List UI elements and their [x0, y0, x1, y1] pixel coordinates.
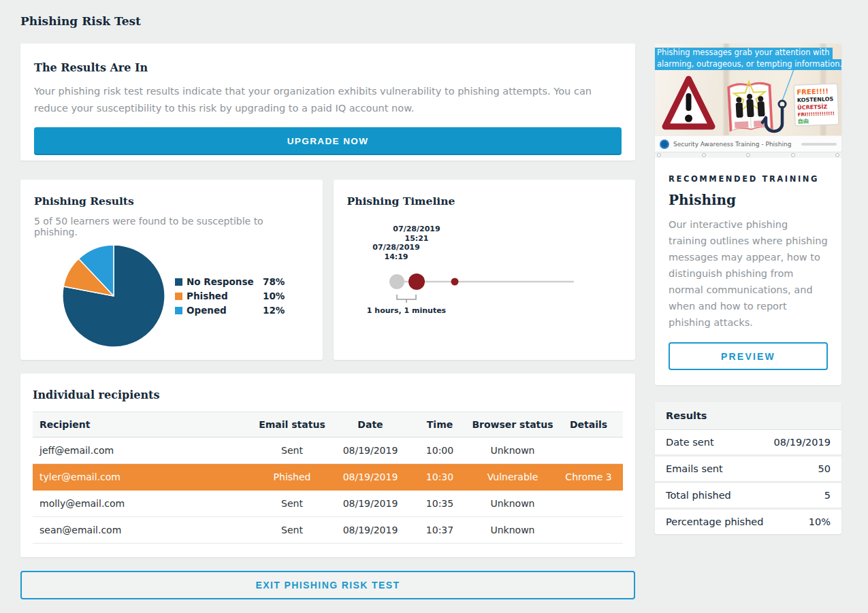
banner-title: The Results Are In — [34, 61, 622, 74]
progress-marker-icon — [746, 153, 750, 157]
timeline-duration-label: 1 hours, 1 minutes — [366, 306, 446, 315]
table-header-row: Recipient Email status Date Time Browser… — [33, 412, 623, 437]
phishing-results-subtitle: 5 of 50 learners were found to be suscep… — [34, 216, 309, 237]
timeline-marker-sent — [389, 274, 404, 289]
cell-recipient: sean@email.com — [33, 517, 252, 544]
cell-details — [554, 437, 623, 464]
individual-recipients-title: Individual recipients — [33, 388, 623, 401]
page-title: Phishing Risk Test — [20, 14, 868, 28]
cell-email-status: Sent — [252, 517, 332, 544]
training-video-thumbnail[interactable]: Phishing messages grab your attention wi… — [655, 44, 841, 158]
upgrade-now-button[interactable]: UPGRADE NOW — [34, 127, 622, 155]
legend-swatch-phished — [175, 293, 182, 300]
video-title: Security Awareness Training - Phishing — [673, 141, 797, 148]
cell-time: 10:00 — [408, 437, 471, 464]
banner-description: Your phishing risk test results indicate… — [34, 83, 622, 117]
cell-recipient: jeff@email.com — [33, 437, 252, 464]
cell-time: 10:35 — [408, 491, 471, 517]
training-title: Phishing — [669, 192, 828, 208]
table-row[interactable]: sean@email.com Sent 08/19/2019 10:37 Unk… — [33, 517, 623, 544]
legend-swatch-opened — [175, 307, 182, 314]
training-card-body: RECOMMENDED TRAINING Phishing Our intera… — [655, 158, 841, 385]
pie-chart-area: No Response 78% Phished 10% Opened 12% — [34, 243, 309, 349]
legend-value: 10% — [263, 291, 308, 301]
producer-credit-text — [801, 143, 837, 146]
table-row[interactable]: jeff@email.com Sent 08/19/2019 10:00 Unk… — [33, 437, 623, 464]
cell-browser-status: Unknown — [471, 517, 554, 544]
results-banner-card: The Results Are In Your phishing risk te… — [20, 44, 635, 161]
individual-recipients-card: Individual recipients Recipient Email st… — [20, 374, 635, 557]
sign-line-free: FREE!!!! — [797, 87, 829, 96]
timeline-event1-date: 07/28/2019 — [372, 243, 419, 252]
preview-button[interactable]: PREVIEW — [669, 342, 828, 370]
sign-line-ucretsiz: ÜCRETSİZ — [797, 103, 828, 111]
cell-recipient: molly@email.com — [33, 491, 252, 517]
training-description: Our interactive phishing training outlin… — [669, 216, 828, 331]
cell-email-status: Sent — [252, 491, 332, 517]
result-value: 5 — [824, 490, 831, 501]
progress-marker-icon — [702, 153, 706, 157]
results-panel-title: Results — [655, 402, 841, 430]
legend-item-opened: Opened 12% — [175, 305, 308, 316]
results-row-emails-sent: Emails sent 50 — [655, 454, 841, 481]
result-value: 10% — [809, 516, 831, 527]
legend-value: 12% — [263, 305, 308, 316]
phishing-timeline-title: Phishing Timeline — [347, 195, 622, 208]
results-summary-panel: Results Date sent 08/19/2019 Emails sent… — [655, 402, 841, 534]
result-label: Total phished — [666, 490, 731, 501]
cell-browser-status: Unknown — [471, 437, 554, 464]
legend-value: 78% — [263, 276, 308, 287]
results-row-percentage-phished: Percentage phished 10% — [655, 508, 841, 534]
caption-line-2: alarming, outrageous, or tempting inform… — [655, 59, 841, 71]
col-header-date: Date — [332, 412, 408, 437]
phishing-results-card: Phishing Results 5 of 50 learners were f… — [20, 180, 323, 360]
recommended-training-eyebrow: RECOMMENDED TRAINING — [669, 174, 828, 184]
timeline-marker-phished — [408, 274, 425, 290]
result-value: 50 — [818, 463, 831, 474]
col-header-recipient: Recipient — [33, 412, 252, 437]
cell-details: Chrome 3 — [554, 464, 623, 491]
col-header-email-status: Email status — [252, 412, 332, 437]
duration-bracket — [397, 295, 416, 303]
table-row-highlighted[interactable]: tyler@email.com Phished 08/19/2019 10:30… — [33, 464, 623, 491]
sign-line-kostenlos: KOSTENLOS — [797, 96, 834, 103]
phishing-results-title: Phishing Results — [34, 195, 309, 208]
legend-label: Phished — [187, 291, 263, 301]
pie-chart — [61, 243, 167, 349]
cell-browser-status: Unknown — [471, 491, 554, 517]
cell-date: 08/19/2019 — [332, 437, 408, 464]
video-progress-bar — [655, 152, 841, 158]
video-player-bar: Security Awareness Training - Phishing — [655, 135, 841, 152]
result-label: Emails sent — [666, 463, 723, 474]
results-row-total-phished: Total phished 5 — [655, 481, 841, 508]
table-row[interactable]: molly@email.com Sent 08/19/2019 10:35 Un… — [33, 491, 623, 517]
phishing-timeline-card: Phishing Timeline 07/28/2019 15:21 07/28… — [334, 180, 636, 360]
cell-details — [554, 491, 623, 517]
col-header-browser-status: Browser status — [471, 412, 554, 437]
thumbnail-illustration: FREE!!!! KOSTENLOS ÜCRETSİZ FRI!!!!!!!!!… — [655, 64, 841, 135]
warning-triangle-icon — [665, 79, 712, 127]
timeline-event1-time: 14:19 — [384, 252, 408, 261]
main-column: The Results Are In Your phishing risk te… — [20, 44, 635, 599]
cell-details — [554, 517, 623, 544]
legend-item-no-response: No Response 78% — [175, 276, 308, 287]
free-sign-graphic: FREE!!!! KOSTENLOS ÜCRETSİZ FRI!!!!!!!!!… — [794, 84, 839, 126]
charts-row: Phishing Results 5 of 50 learners were f… — [20, 180, 635, 360]
cell-email-status: Sent — [252, 437, 332, 464]
legend-swatch-no-response — [175, 278, 182, 286]
caption-line-1: Phishing messages grab your attention wi… — [655, 48, 833, 59]
legend-label: Opened — [187, 305, 263, 316]
cell-time: 10:30 — [408, 464, 471, 491]
cell-email-status: Phished — [252, 464, 332, 491]
timeline-event2-time: 15:21 — [404, 234, 428, 243]
timeline-chart: 07/28/2019 15:21 07/28/2019 14:19 1 hour… — [347, 209, 622, 321]
thumbnail-caption: Phishing messages grab your attention wi… — [655, 48, 841, 70]
sign-line-ziyou: 自由 — [798, 118, 809, 125]
exit-phishing-risk-test-button[interactable]: EXIT PHISHING RISK TEST — [20, 571, 635, 599]
cell-date: 08/19/2019 — [332, 517, 408, 544]
cell-recipient: tyler@email.com — [33, 464, 252, 491]
legend-label: No Response — [187, 276, 263, 287]
col-header-time: Time — [408, 412, 471, 437]
sidebar-column: Phishing messages grab your attention wi… — [655, 44, 841, 599]
timeline-event2-date: 07/28/2019 — [393, 225, 440, 233]
